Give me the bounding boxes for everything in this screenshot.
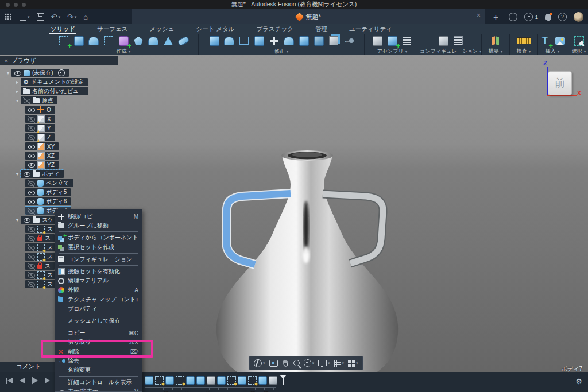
tab-mesh[interactable]: メッシュ	[148, 25, 175, 34]
configuration-dropdown[interactable]: コンフィギュレーション▾	[420, 48, 482, 55]
tree-row-plane-xz[interactable]: XZ	[0, 151, 88, 160]
bom-icon[interactable]	[401, 34, 413, 47]
notifications-bell-icon[interactable]	[545, 14, 551, 20]
tree-row-body-penholder[interactable]: ペン立て	[0, 178, 88, 188]
expand-icon[interactable]: ▾	[14, 218, 21, 223]
document-tab[interactable]: 無題* ×	[132, 9, 485, 24]
undo-button[interactable]: ↶▾	[51, 13, 60, 21]
assemble-dropdown[interactable]: アセンブリ▾	[377, 48, 408, 55]
play-button[interactable]	[32, 377, 38, 385]
visibility-eye-icon[interactable]	[28, 180, 35, 187]
visibility-eye-icon[interactable]	[28, 207, 35, 215]
job-status-icon[interactable]	[524, 13, 533, 21]
new-component-icon[interactable]	[386, 34, 399, 47]
collapse-panel-icon[interactable]: «	[5, 57, 8, 64]
mac-traffic-lights[interactable]	[6, 3, 26, 7]
timeline-sketch-feature[interactable]	[176, 376, 184, 385]
timeline-combine-feature[interactable]	[217, 376, 226, 385]
inspect-dropdown[interactable]: 検査▾	[517, 48, 531, 55]
menu-item-copy[interactable]: コピー⌘C	[55, 328, 142, 337]
expand-icon[interactable]: ▾	[14, 172, 21, 177]
menu-item-appearance[interactable]: 外観A	[55, 285, 142, 294]
visibility-eye-icon[interactable]	[28, 143, 35, 150]
display-settings-button[interactable]: ▾	[318, 360, 330, 366]
box-icon[interactable]	[72, 34, 85, 47]
viewports-button[interactable]: ▾	[348, 360, 358, 367]
visibility-eye-icon[interactable]	[28, 262, 35, 270]
trim-icon[interactable]	[297, 34, 310, 47]
tree-row-origin[interactable]: ▾原点	[0, 96, 88, 105]
tree-row-document-settings[interactable]: ▸⚙ドキュメントの設定	[0, 77, 88, 87]
select-icon[interactable]	[572, 34, 585, 47]
tree-row-origin-o[interactable]: O	[0, 105, 88, 114]
expand-icon[interactable]: ▾	[14, 98, 21, 103]
timeline-position-marker[interactable]	[283, 375, 284, 385]
timeline-settings-gear-icon[interactable]: ⚙	[575, 377, 582, 386]
timeline-copy-feature[interactable]	[258, 376, 267, 385]
timeline-form-feature[interactable]	[145, 376, 153, 385]
look-at-button[interactable]	[269, 360, 278, 367]
draft-icon[interactable]	[253, 34, 265, 47]
tree-row-named-views[interactable]: ▸名前の付いたビュー	[0, 87, 88, 96]
zoom-window-button[interactable]	[22, 3, 26, 7]
grid-settings-button[interactable]: ▾	[334, 360, 345, 367]
visibility-eye-icon[interactable]	[28, 189, 35, 196]
fit-button[interactable]: ▾	[304, 359, 315, 367]
step-forward-button[interactable]	[45, 378, 50, 383]
menu-item-texture-map-control[interactable]: テクスチャ マップ コントロール	[55, 295, 142, 304]
home-button[interactable]: ⌂	[83, 13, 88, 21]
insert-derive-icon[interactable]	[371, 34, 384, 47]
visibility-eye-icon[interactable]	[28, 235, 35, 242]
construct-dropdown[interactable]: 構築▾	[489, 48, 503, 55]
fillet-icon[interactable]	[223, 34, 235, 47]
minimize-panel-icon[interactable]: −	[109, 57, 112, 64]
vase-model[interactable]	[189, 135, 431, 392]
create-sketch-icon[interactable]	[57, 34, 70, 47]
visibility-eye-icon[interactable]	[28, 161, 35, 169]
timeline-revolve-feature[interactable]	[238, 376, 246, 385]
tab-manage[interactable]: 管理	[314, 25, 328, 34]
redo-button[interactable]: ↷▾	[67, 13, 76, 21]
tree-row-body6[interactable]: ボディ6	[0, 197, 88, 206]
construct-plane-icon[interactable]	[489, 34, 502, 47]
remove-icon[interactable]	[342, 34, 355, 47]
visibility-eye-icon[interactable]	[28, 281, 35, 288]
timeline-extrude-feature[interactable]	[186, 376, 195, 385]
timeline-combine-feature[interactable]	[196, 376, 205, 385]
menu-item-properties[interactable]: プロパティ	[55, 304, 142, 313]
move-copy-icon[interactable]	[268, 34, 280, 47]
replace-face-icon[interactable]	[312, 34, 325, 47]
timeline-mirror-feature[interactable]	[269, 376, 277, 385]
split-body-icon[interactable]	[327, 34, 340, 47]
orbit-button[interactable]: ▾	[254, 359, 265, 367]
tab-solid[interactable]: ソリッド	[49, 25, 76, 34]
extensions-icon[interactable]	[509, 13, 517, 21]
select-dropdown[interactable]: 選択▾	[572, 48, 586, 55]
menu-item-create-selection-set[interactable]: 選択セットを作成	[55, 243, 142, 252]
visibility-eye-icon[interactable]	[28, 106, 35, 114]
menu-item-remove[interactable]: 除去	[55, 356, 142, 366]
visibility-eye-icon[interactable]	[28, 226, 35, 233]
cone-icon[interactable]	[162, 34, 175, 47]
create-form-icon[interactable]	[117, 34, 130, 47]
tree-row-document[interactable]: ▾(未保存)	[0, 68, 88, 77]
visibility-eye-icon[interactable]	[28, 198, 35, 205]
timeline-sketch-feature[interactable]	[227, 376, 236, 385]
configuration-icon[interactable]	[437, 34, 450, 47]
skip-to-start-button[interactable]	[6, 378, 13, 384]
menu-item-physical-material[interactable]: 物理マテリアル	[55, 276, 142, 285]
tree-row-plane-xy[interactable]: XY	[0, 142, 88, 151]
visibility-eye-icon[interactable]	[28, 244, 35, 251]
shell-icon[interactable]	[238, 34, 250, 47]
tab-surface[interactable]: サーフェス	[96, 25, 129, 34]
expand-icon[interactable]: ▾	[5, 71, 11, 76]
help-icon[interactable]: ?	[558, 13, 567, 21]
save-button[interactable]	[37, 13, 44, 21]
timeline-extrude-feature[interactable]	[165, 376, 174, 385]
tab-sheet-metal[interactable]: シート メタル	[195, 25, 235, 34]
menu-item-show-hide[interactable]: 表示/非表示V	[55, 387, 142, 392]
visibility-eye-icon[interactable]	[28, 253, 35, 261]
visibility-eye-icon[interactable]	[28, 271, 35, 279]
visibility-eye-icon[interactable]	[28, 134, 35, 141]
browser-header[interactable]: « ブラウザ −	[0, 56, 118, 65]
